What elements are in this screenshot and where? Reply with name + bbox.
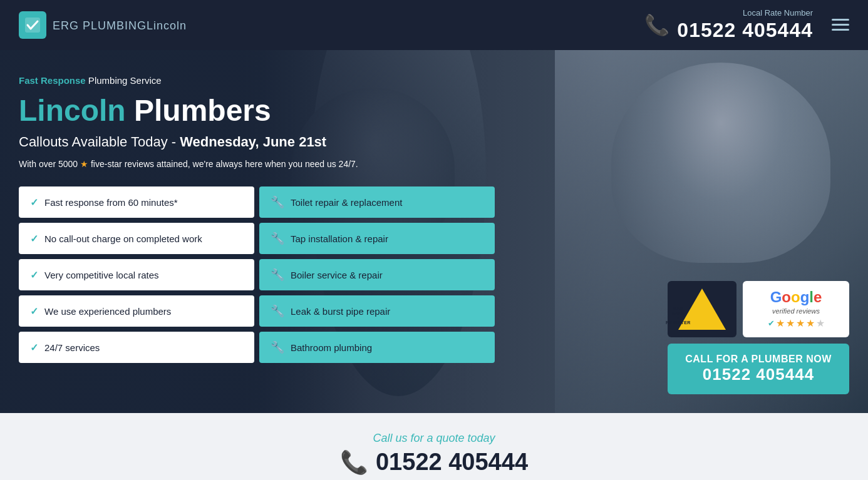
check-icon-2: ✓ [30,233,38,245]
hero-title: Lincoln Plumbers [19,93,495,128]
feature-text-1: Fast response from 60 minutes* [44,197,178,208]
header-phone-label: Local Rate Number [677,8,813,19]
service-text-4: Leak & burst pipe repair [291,306,390,317]
header-right: 📞 Local Rate Number 01522 405444 [644,8,849,42]
service-text-3: Boiler service & repair [291,270,383,280]
google-stars-row: ✔ ★ ★ ★ ★ ★ [768,317,825,329]
footer-phone-icon: 📞 [340,449,368,476]
feature-item-2: ✓ No call-out charge on completed work [19,223,254,254]
check-icon-1: ✓ [30,197,38,208]
wrench-icon-1: 🔧 [271,195,284,209]
gas-safe-triangle-wrapper: GASSAFE™REGISTER [678,289,726,330]
service-text-5: Bathroom plumbing [291,342,372,353]
star-icon: ★ [80,159,88,169]
feature-item-4: ✓ We use experienced plumbers [19,295,254,327]
google-e: e [814,289,822,305]
cta-call-button[interactable]: CALL FOR A PLUMBER NOW 01522 405444 [668,344,849,394]
hamburger-line-1 [832,19,849,21]
header-phone-block: 📞 Local Rate Number 01522 405444 [644,8,813,42]
hero-title-teal: Lincoln [19,94,126,127]
logo-icon [19,11,46,39]
google-g: G [770,289,782,305]
google-verified-text: verified reviews [772,307,820,315]
google-reviews-badge: Google verified reviews ✔ ★ ★ ★ ★ ★ [743,281,849,337]
badges-row: GASSAFE™REGISTER Google verified reviews… [668,281,849,337]
wrench-icon-4: 🔧 [271,304,284,318]
hero-reviews: With over 5000 ★ five-star reviews attai… [19,159,495,169]
star-4: ★ [806,317,815,329]
service-item-1[interactable]: 🔧 Toilet repair & replacement [259,186,495,218]
gas-safe-badge: GASSAFE™REGISTER [668,281,736,337]
hero-subtitle: Callouts Available Today - Wednesday, Ju… [19,134,495,150]
footer-strip: Call us for a quote today 📞 01522 405444 [0,413,868,480]
logo-area: ERG PLUMBINGLincoln [19,11,187,39]
feature-text-5: 24/7 services [44,342,100,353]
hamburger-line-2 [832,24,849,26]
star-2: ★ [786,317,795,329]
service-item-4[interactable]: 🔧 Leak & burst pipe repair [259,295,495,327]
star-3: ★ [796,317,805,329]
trust-badges-area: GASSAFE™REGISTER Google verified reviews… [668,281,849,394]
google-o1: o [782,289,791,305]
hamburger-line-3 [832,29,849,31]
feature-item-3: ✓ Very competitive local rates [19,259,254,290]
footer-phone-block[interactable]: 📞 01522 405444 [19,449,849,476]
hero-section: Fast Response Plumbing Service Lincoln P… [0,50,868,413]
site-header: ERG PLUMBINGLincoln 📞 Local Rate Number … [0,0,868,50]
header-phone-info: Local Rate Number 01522 405444 [677,8,813,42]
service-item-5[interactable]: 🔧 Bathroom plumbing [259,332,495,363]
wrench-icon-3: 🔧 [271,268,284,282]
header-phone-number[interactable]: 01522 405444 [677,19,813,42]
phone-icon-header: 📞 [644,13,669,37]
service-text-2: Tap installation & repair [291,233,388,244]
google-logo-text: Google [770,290,822,305]
hamburger-menu[interactable] [832,19,849,31]
features-grid: ✓ Fast response from 60 minutes* 🔧 Toile… [19,186,495,363]
google-l: l [809,289,814,305]
wrench-icon-5: 🔧 [271,340,284,354]
feature-text-2: No call-out charge on completed work [44,233,202,244]
cta-top-text: CALL FOR A PLUMBER NOW [683,354,834,365]
feature-text-4: We use experienced plumbers [44,306,171,317]
hero-tagline: Fast Response Plumbing Service [19,75,495,86]
wrench-icon-2: 🔧 [271,232,284,245]
feature-item-5: ✓ 24/7 services [19,332,254,363]
feature-item-1: ✓ Fast response from 60 minutes* [19,186,254,218]
hero-title-rest: Plumbers [134,94,271,127]
google-o2: o [791,289,800,305]
feature-text-3: Very competitive local rates [44,270,159,280]
gas-safe-text: GASSAFE™REGISTER [661,306,696,325]
hero-tagline-highlight: Fast Response [19,75,86,86]
star-1: ★ [776,317,785,329]
cta-phone-number: 01522 405444 [683,365,834,384]
logo-location: Lincoln [147,19,187,32]
service-item-2[interactable]: 🔧 Tap installation & repair [259,223,495,254]
footer-call-label: Call us for a quote today [19,432,849,445]
check-icon-4: ✓ [30,305,38,317]
google-check-icon: ✔ [768,319,775,328]
service-text-1: Toilet repair & replacement [291,197,402,208]
check-icon-3: ✓ [30,269,38,281]
hero-subtitle-bold: Wednesday, June 21st [180,134,326,150]
hero-content: Fast Response Plumbing Service Lincoln P… [0,50,514,388]
footer-phone-number: 01522 405444 [376,449,528,476]
hero-tagline-rest: Plumbing Service [86,75,162,86]
check-icon-5: ✓ [30,342,38,354]
service-item-3[interactable]: 🔧 Boiler service & repair [259,259,495,290]
logo-text: ERG PLUMBINGLincoln [53,17,187,33]
star-5: ★ [816,317,825,329]
google-g2: g [800,289,810,305]
hero-subtitle-start: Callouts Available Today - [19,134,180,150]
